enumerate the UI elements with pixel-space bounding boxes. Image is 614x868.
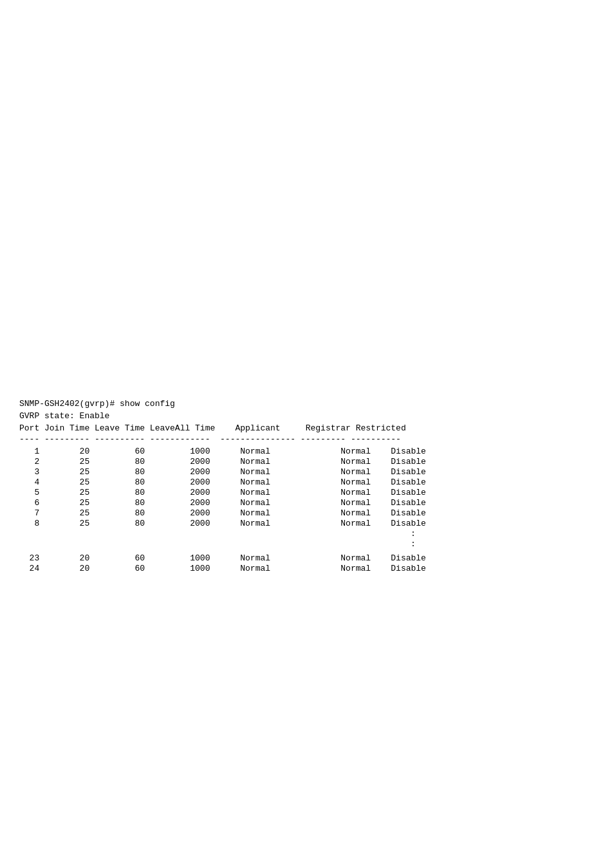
table-row: 1 20 60 1000 Normal Normal Disable [19, 447, 595, 456]
gvrp-state-line: GVRP state: Enable [19, 411, 595, 421]
table-row: 6 25 80 2000 Normal Normal Disable [19, 498, 595, 508]
table-row: 3 25 80 2000 Normal Normal Disable [19, 467, 595, 477]
bottom-rows: 23 20 60 1000 Normal Normal Disable 24 2… [19, 553, 595, 573]
table-row: 2 25 80 2000 Normal Normal Disable [19, 457, 595, 466]
table-row: 4 25 80 2000 Normal Normal Disable [19, 477, 595, 487]
command-prompt: SNMP-GSH2402(gvrp)# show config [19, 399, 595, 409]
terminal-output: SNMP-GSH2402(gvrp)# show config GVRP sta… [0, 0, 614, 587]
dots-row-1: : [232, 529, 595, 539]
table-rows: 1 20 60 1000 Normal Normal Disable 2 25 … [19, 447, 595, 528]
table-header: Port Join Time Leave Time LeaveAll Time … [19, 423, 595, 433]
table-row: 23 20 60 1000 Normal Normal Disable [19, 553, 595, 563]
table-row: 8 25 80 2000 Normal Normal Disable [19, 519, 595, 528]
dots-row-2: : [232, 539, 595, 549]
table-row: 7 25 80 2000 Normal Normal Disable [19, 508, 595, 518]
table-row: 5 25 80 2000 Normal Normal Disable [19, 488, 595, 497]
table-divider: ---- --------- ---------- ------------ -… [19, 434, 595, 444]
table-row: 24 20 60 1000 Normal Normal Disable [19, 564, 595, 573]
